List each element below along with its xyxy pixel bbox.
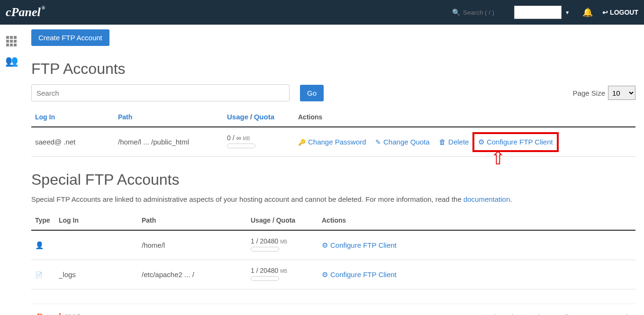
person-icon [35,241,44,250]
global-search[interactable] [452,9,506,16]
logout-label: LOGOUT [610,9,638,16]
th-actions: Actions [294,108,635,127]
file-icon [35,271,43,279]
page-size-label: Page Size [573,89,605,97]
ftp-accounts-table: Log In Path Usage / Quota Actions saeed@… [31,108,635,157]
configure-ftp-client-link[interactable]: Configure FTP Client [478,138,553,146]
key-icon [298,138,306,146]
gear-icon [322,241,328,250]
th-usage-quota: Usage / Quota [223,108,294,127]
table-row: /home/l 1 / 20480 MB Configure FTP Clien… [31,230,635,260]
delete-link[interactable]: Delete [439,138,469,146]
cell-usage: 1 / 20480 MB [247,260,318,289]
sidebar-apps-icon[interactable] [6,29,17,46]
configure-ftp-client-link[interactable]: Configure FTP Client [322,241,397,250]
users-icon [5,55,18,67]
usage-bar [227,144,255,148]
footer: cPanel 90.0.5 Home Trademarks Privacy Po… [31,304,635,315]
cell-usage: 0 / ∞ MB [223,127,294,157]
logout-icon [602,9,608,16]
cpanel-logo: cPanel® [6,5,44,19]
th-path: Path [138,212,247,230]
user-switcher[interactable]: ▼ [514,6,573,19]
special-ftp-description: Special FTP Accounts are linked to admin… [31,195,635,203]
cell-usage: 1 / 20480 MB [247,230,318,260]
th-usage: Usage / Quota [247,212,318,230]
special-ftp-title: Special FTP Accounts [31,171,635,189]
cell-path: /home/l [138,230,247,260]
usage-bar [251,276,279,281]
th-quota[interactable]: Quota [254,113,274,121]
th-usage[interactable]: Usage [227,113,248,121]
accounts-search-input[interactable] [31,84,290,101]
cell-login: saeed@ .net [31,127,114,157]
cell-actions: Configure FTP Client [318,260,635,289]
footer-trademarks-link[interactable]: Trademarks [481,313,518,315]
cell-login [55,230,138,260]
usage-bar [251,247,279,252]
cell-actions: Configure FTP Client [318,230,635,260]
th-login[interactable]: Log In [31,108,114,127]
sidebar [0,25,23,67]
logout-button[interactable]: LOGOUT [602,9,638,16]
ftp-accounts-title: FTP Accounts [31,60,635,78]
table-row: _logs /etc/apache2 ... / 1 / 20480 MB Co… [31,260,635,289]
documentation-link[interactable]: documentation [463,195,510,203]
grid-icon [6,36,17,46]
cpanel-logo-small: cPanel [31,311,61,315]
cell-path: /etc/apache2 ... / [138,260,247,289]
gear-icon [322,270,328,279]
special-ftp-table: Type Log In Path Usage / Quota Actions /… [31,212,635,289]
cell-type [31,230,55,260]
main-content: Create FTP Account FTP Accounts Go Page … [23,25,644,315]
user-field[interactable] [514,6,562,19]
footer-privacy-link[interactable]: Privacy Policy [531,313,575,315]
search-icon [452,9,460,16]
page-size-select[interactable]: 10 [608,86,635,100]
th-path[interactable]: Path [114,108,223,127]
cell-path: /home/l ... /public_html [114,127,223,157]
change-quota-link[interactable]: Change Quota [375,138,430,146]
navbar: cPanel® ▼ LOGOUT [0,0,644,25]
footer-home-link[interactable]: Home [450,313,469,315]
th-type: Type [31,212,55,230]
gear-icon [478,138,484,146]
table-row: saeed@ .net /home/l ... /public_html 0 /… [31,127,635,157]
bell-icon[interactable] [582,7,593,18]
global-search-input[interactable] [463,9,506,16]
th-login: Log In [55,212,138,230]
footer-documentation-link[interactable]: Documentation [588,313,635,315]
pencil-icon [375,138,381,146]
cell-type [31,260,55,289]
trash-icon [439,138,446,146]
cell-actions: Change Password Change Quota Delete [294,127,635,157]
accounts-go-button[interactable]: Go [300,85,324,101]
change-password-link[interactable]: Change Password [298,138,366,146]
annotation-arrow-icon: ⇧ [490,149,506,167]
create-ftp-button[interactable]: Create FTP Account [31,29,109,46]
th-actions: Actions [318,212,635,230]
configure-ftp-client-link[interactable]: Configure FTP Client [322,270,397,279]
cell-login: _logs [55,260,138,289]
user-caret-button[interactable]: ▼ [562,6,573,19]
sidebar-users-icon[interactable] [5,55,18,67]
